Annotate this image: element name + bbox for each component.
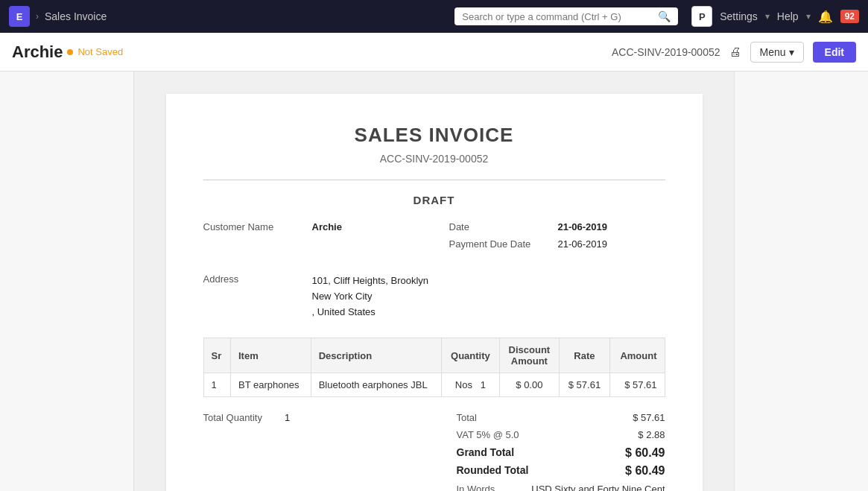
menu-button[interactable]: Menu ▾	[750, 42, 804, 63]
breadcrumb-label: Sales Invoice	[45, 10, 107, 22]
main-content: SALES INVOICE ACC-SINV-2019-00052 DRAFT …	[134, 72, 734, 491]
draft-status-label: DRAFT	[203, 194, 665, 206]
vat-row: VAT 5% @ 5.0 $ 2.88	[457, 429, 665, 440]
payment-due-date-label: Payment Due Date	[449, 238, 546, 250]
vat-value: $ 2.88	[638, 429, 665, 440]
address-line-2: New York City	[312, 289, 429, 305]
items-table: Sr Item Description Quantity DiscountAmo…	[203, 338, 665, 397]
payment-due-date-value: 21-06-2019	[558, 238, 608, 250]
search-bar[interactable]: 🔍	[454, 7, 678, 25]
right-sidebar	[734, 72, 868, 491]
settings-chevron: ▾	[765, 11, 770, 22]
address-line-1: 101, Cliff Heights, Brooklyn	[312, 273, 429, 289]
total-quantity-row: Total Quantity 1	[203, 412, 291, 423]
qty-unit: Nos	[455, 379, 472, 390]
totals-section: Total Quantity 1 Total $ 57.61 VAT 5% @ …	[203, 412, 665, 491]
col-rate: Rate	[560, 338, 610, 373]
col-quantity: Quantity	[442, 338, 499, 373]
page-title: Archie	[12, 42, 63, 62]
row-amount: $ 57.61	[609, 373, 665, 397]
not-saved-dot-icon	[67, 49, 73, 55]
qty-value: 1	[481, 379, 486, 390]
app-logo[interactable]: E	[9, 6, 30, 27]
grand-total-value: $ 60.49	[625, 446, 665, 460]
in-words-row: In Words USD Sixty and Forty Nine Cent o…	[457, 484, 665, 491]
table-header-row: Sr Item Description Quantity DiscountAmo…	[203, 338, 665, 373]
rounded-total-row: Rounded Total $ 60.49	[457, 464, 665, 478]
customer-info-grid: Customer Name Archie Date 21-06-2019 Pay…	[203, 221, 665, 256]
notification-count-badge: 92	[840, 10, 859, 23]
search-icon: 🔍	[658, 10, 671, 22]
row-sr: 1	[203, 373, 231, 397]
print-icon[interactable]: 🖨	[729, 45, 741, 59]
invoice-title: SALES INVOICE	[203, 124, 665, 147]
menu-chevron-icon: ▾	[789, 46, 794, 58]
subtotal-row: Total $ 57.61	[457, 412, 665, 423]
customer-info-left: Customer Name Archie	[203, 221, 419, 256]
help-chevron: ▾	[806, 11, 811, 22]
date-row: Date 21-06-2019	[449, 221, 665, 232]
payment-due-date-row: Payment Due Date 21-06-2019	[449, 238, 665, 250]
row-quantity: Nos 1	[442, 373, 499, 397]
vat-label: VAT 5% @ 5.0	[457, 429, 519, 440]
row-description: Bluetooth earphones JBL	[311, 373, 442, 397]
row-rate: $ 57.61	[560, 373, 610, 397]
address-row: Address 101, Cliff Heights, Brooklyn New…	[203, 273, 665, 320]
customer-name-value: Archie	[312, 221, 342, 232]
totals-right: Total $ 57.61 VAT 5% @ 5.0 $ 2.88 Grand …	[457, 412, 665, 491]
settings-button[interactable]: Settings	[720, 10, 758, 22]
rounded-total-value: $ 60.49	[625, 464, 665, 478]
col-sr: Sr	[203, 338, 231, 373]
not-saved-label: Not Saved	[77, 46, 123, 57]
grand-total-label: Grand Total	[457, 446, 515, 460]
customer-info-right: Date 21-06-2019 Payment Due Date 21-06-2…	[449, 221, 665, 256]
address-label: Address	[203, 273, 300, 320]
invoice-id-display: ACC-SINV-2019-00052	[612, 46, 720, 58]
breadcrumb-chevron: ›	[36, 11, 39, 22]
invoice-divider	[203, 180, 665, 180]
edit-button[interactable]: Edit	[813, 42, 856, 63]
table-body: 1 BT earphones Bluetooth earphones JBL N…	[203, 373, 665, 397]
nav-right-section: P Settings ▾ Help ▾ 🔔 92	[691, 6, 859, 27]
invoice-number: ACC-SINV-2019-00052	[203, 153, 665, 165]
col-amount: Amount	[609, 338, 665, 373]
address-section: Address 101, Cliff Heights, Brooklyn New…	[203, 273, 665, 320]
grand-total-row: Grand Total $ 60.49	[457, 446, 665, 460]
page-layout: SALES INVOICE ACC-SINV-2019-00052 DRAFT …	[0, 72, 868, 491]
in-words-value: USD Sixty and Forty Nine Cent only.	[531, 484, 665, 491]
table-header: Sr Item Description Quantity DiscountAmo…	[203, 338, 665, 373]
row-item: BT earphones	[231, 373, 311, 397]
sub-header: Archie Not Saved ACC-SINV-2019-00052 🖨 M…	[0, 33, 868, 72]
notifications-bell-icon[interactable]: 🔔	[818, 10, 833, 24]
help-button[interactable]: Help	[777, 10, 799, 22]
in-words-label: In Words	[457, 484, 495, 491]
row-discount: $ 0.00	[499, 373, 560, 397]
subtotal-value: $ 57.61	[633, 412, 665, 423]
customer-name-label: Customer Name	[203, 221, 300, 232]
subtotal-label: Total	[457, 412, 477, 423]
user-p-badge: P	[691, 6, 712, 27]
table-row: 1 BT earphones Bluetooth earphones JBL N…	[203, 373, 665, 397]
rounded-total-label: Rounded Total	[457, 464, 529, 478]
col-item: Item	[231, 338, 311, 373]
total-quantity-value: 1	[285, 412, 290, 423]
date-label: Date	[449, 221, 546, 232]
col-description: Description	[311, 338, 442, 373]
totals-left: Total Quantity 1	[203, 412, 291, 428]
address-line-3: , United States	[312, 305, 429, 320]
address-lines: 101, Cliff Heights, Brooklyn New York Ci…	[312, 273, 429, 320]
total-quantity-label: Total Quantity	[203, 412, 263, 423]
sub-header-actions: ACC-SINV-2019-00052 🖨 Menu ▾ Edit	[612, 42, 856, 63]
customer-name-row: Customer Name Archie	[203, 221, 419, 232]
date-value: 21-06-2019	[558, 221, 608, 232]
left-sidebar	[0, 72, 134, 491]
col-discount-amount: DiscountAmount	[499, 338, 560, 373]
invoice-card: SALES INVOICE ACC-SINV-2019-00052 DRAFT …	[166, 94, 703, 491]
top-navigation: E › Sales Invoice 🔍 P Settings ▾ Help ▾ …	[0, 0, 868, 33]
search-input[interactable]	[462, 11, 653, 22]
